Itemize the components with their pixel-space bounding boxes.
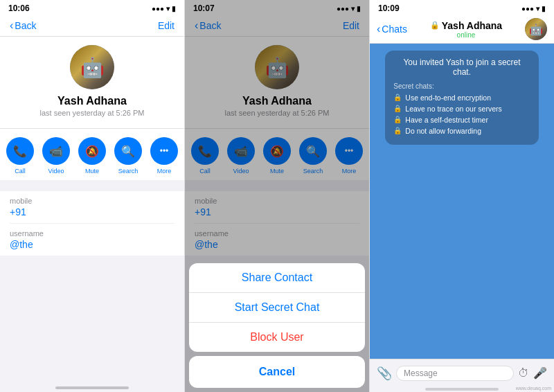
wifi-icon: ▾ [166, 5, 170, 12]
battery-icon: ▮ [172, 5, 176, 12]
contact-avatar-3: 🤖 [525, 18, 547, 40]
chat-body: You invited Yash to join a secret chat. … [370, 44, 554, 359]
nav-bar-1: ‹ Back Edit [0, 15, 184, 37]
attach-icon[interactable]: 📎 [377, 366, 392, 381]
bubble-title: You invited Yash to join a secret chat. [393, 57, 530, 77]
bubble-text-2: Leave no trace on our servers [405, 105, 502, 113]
message-input[interactable]: Message [396, 366, 514, 381]
call-button[interactable]: 📞 Call [6, 137, 34, 175]
lock-icon-2: 🔒 [393, 105, 402, 112]
block-user-button[interactable]: Block User [189, 323, 365, 352]
wifi-icon-3: ▾ [536, 5, 539, 12]
mobile-row-1: mobile +91 [10, 191, 175, 224]
mic-icon[interactable]: 🎤 [533, 366, 547, 380]
username-row-1: username @the [10, 224, 175, 256]
online-status: online [457, 31, 476, 39]
bubble-item-1: 🔒 Use end-to-end encryption [393, 93, 530, 102]
chevron-icon-1: ‹ [10, 19, 13, 32]
chats-back-label: Chats [382, 24, 407, 35]
video-button[interactable]: 📹 Video [42, 137, 70, 175]
profile-status-1: last seen yesterday at 5:26 PM [39, 109, 144, 117]
share-contact-button[interactable]: Share Contact [189, 263, 365, 293]
action-sheet: Share Contact Start Secret Chat Block Us… [189, 263, 365, 388]
mobile-value-1: +91 [10, 206, 175, 217]
battery-icon-3: ▮ [542, 5, 546, 12]
signal-icon: ●●● [152, 5, 164, 12]
status-bar-3: 10:09 ●●● ▾ ▮ [370, 0, 554, 15]
start-secret-chat-button[interactable]: Start Secret Chat [189, 293, 365, 323]
secret-chats-label: Secret chats: [393, 82, 530, 90]
status-bar-1: 10:06 ●●● ▾ ▮ [0, 0, 184, 15]
chat-input-bar: 📎 Message ⏱ 🎤 [370, 359, 554, 386]
bubble-text-4: Do not allow forwarding [405, 127, 481, 135]
status-icons-1: ●●● ▾ ▮ [152, 5, 176, 12]
lock-icon-1: 🔒 [393, 93, 402, 101]
contact-name-label: Yash Adhana [442, 20, 502, 31]
mute-button[interactable]: 🔕 Mute [78, 137, 106, 175]
clock-icon[interactable]: ⏱ [518, 367, 529, 380]
action-buttons-1: 📞 Call 📹 Video 🔕 Mute 🔍 Search ••• More [0, 129, 184, 180]
bubble-item-2: 🔒 Leave no trace on our servers [393, 105, 530, 113]
cancel-button[interactable]: Cancel [189, 356, 365, 388]
profile-name-1: Yash Adhana [57, 95, 127, 107]
chat-nav-bar: ‹ Chats 🔒 Yash Adhana online 🤖 [370, 15, 554, 44]
bubble-item-4: 🔒 Do not allow forwarding [393, 127, 530, 135]
watermark: www.deuaq.com [516, 386, 551, 391]
action-sheet-group: Share Contact Start Secret Chat Block Us… [189, 263, 365, 352]
chevron-icon-3: ‹ [377, 23, 380, 35]
phone-3: 10:09 ●●● ▾ ▮ ‹ Chats 🔒 Yash Adhana onli… [370, 0, 554, 392]
more-button[interactable]: ••• More [150, 137, 178, 175]
chat-contact-name: 🔒 Yash Adhana [430, 20, 502, 31]
status-icons-3: ●●● ▾ ▮ [521, 5, 546, 12]
lock-icon: 🔒 [430, 21, 440, 30]
message-placeholder: Message [404, 368, 438, 378]
edit-button-1[interactable]: Edit [158, 20, 175, 31]
back-button-1[interactable]: ‹ Back [10, 19, 36, 32]
search-button[interactable]: 🔍 Search [114, 137, 142, 175]
back-to-chats[interactable]: ‹ Chats [377, 23, 407, 35]
phone-1: 10:06 ●●● ▾ ▮ ‹ Back Edit 🤖 Yash Adhana … [0, 0, 185, 392]
info-section-1: mobile +91 username @the [0, 191, 184, 256]
avatar-1: 🤖 [70, 45, 114, 89]
bubble-text-1: Use end-to-end encryption [405, 93, 491, 102]
bubble-item-3: 🔒 Have a self-destruct timer [393, 116, 530, 124]
chat-nav-center: 🔒 Yash Adhana online [430, 20, 502, 39]
secret-chat-info-bubble: You invited Yash to join a secret chat. … [385, 51, 538, 145]
profile-section-1: 🤖 Yash Adhana last seen yesterday at 5:2… [0, 37, 184, 129]
lock-icon-3: 🔒 [393, 116, 402, 123]
bubble-text-3: Have a self-destruct timer [405, 116, 488, 124]
lock-icon-4: 🔒 [393, 127, 402, 134]
phone-2: 10:07 ●●● ▾ ▮ ‹ Back Edit 🤖 Yash Adhana … [185, 0, 370, 392]
signal-icon-3: ●●● [521, 5, 534, 12]
back-label-1: Back [15, 20, 36, 31]
time-3: 10:09 [378, 3, 400, 13]
time-1: 10:06 [8, 3, 30, 13]
username-value-1: @the [10, 239, 175, 250]
action-sheet-overlay: Share Contact Start Secret Chat Block Us… [185, 0, 369, 392]
